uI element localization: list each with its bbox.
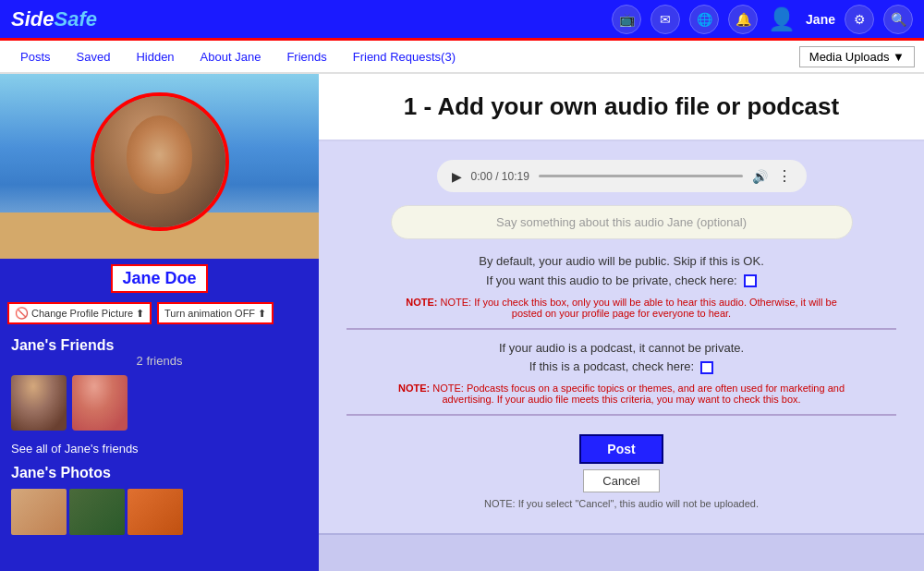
sidebar: Jane Doe 🚫 Change Profile Picture ⬆ Turn…: [0, 74, 319, 571]
friend-avatar-1[interactable]: [11, 375, 67, 431]
caption-placeholder: Say something about this audio Jane (opt…: [496, 215, 747, 229]
media-uploads-dropdown[interactable]: Media Uploads ▼: [799, 46, 915, 67]
content-title: 1 - Add your own audio file or podcast: [337, 92, 906, 121]
photo-thumb-2[interactable]: [69, 489, 125, 535]
profile-name: Jane Doe: [122, 269, 196, 287]
tab-friends[interactable]: Friends: [275, 46, 337, 67]
content-header: 1 - Add your own audio file or podcast: [319, 74, 924, 141]
play-button[interactable]: ▶: [452, 169, 462, 184]
friends-heading: Jane's Friends: [11, 337, 308, 354]
search-icon[interactable]: 🔍: [883, 5, 913, 34]
podcast-checkbox[interactable]: [700, 361, 713, 374]
cancel-button[interactable]: Cancel: [583, 469, 659, 492]
no-icon: 🚫: [15, 307, 29, 320]
public-audio-text: By default, your audio will be public. S…: [346, 252, 896, 291]
user-avatar-icon[interactable]: 👤: [767, 5, 796, 34]
settings-icon[interactable]: ⚙: [845, 5, 874, 34]
section-divider-1: [346, 328, 896, 330]
tab-hidden[interactable]: Hidden: [125, 46, 185, 67]
volume-icon[interactable]: 🔊: [752, 169, 768, 184]
photos-heading: Jane's Photos: [0, 461, 319, 485]
tab-about[interactable]: About Jane: [189, 46, 273, 67]
turn-animation-off-button[interactable]: Turn animation OFF ⬆: [157, 302, 274, 324]
profile-actions: 🚫 Change Profile Picture ⬆ Turn animatio…: [0, 298, 319, 328]
friends-avatars: [11, 375, 308, 431]
tab-posts[interactable]: Posts: [9, 46, 62, 67]
profile-avatar-image: [94, 96, 225, 227]
nav-icons: 📺 ✉ 🌐 🔔 👤 Jane ⚙ 🔍: [612, 5, 913, 34]
sidebar-friends: Jane's Friends 2 friends: [0, 328, 319, 436]
private-note: NOTE: NOTE: If you check this box, only …: [391, 297, 853, 319]
tab-friend-requests[interactable]: Friend Requests(3): [342, 46, 467, 67]
photo-thumb-3[interactable]: [128, 489, 183, 535]
bell-icon[interactable]: 🔔: [728, 5, 758, 34]
audio-section: ▶ 0:00 / 10:19 🔊 ⋮ Say something about t…: [319, 141, 924, 535]
audio-time: 0:00 / 10:19: [471, 170, 529, 183]
profile-avatar: [91, 92, 229, 231]
tv-icon[interactable]: 📺: [612, 5, 641, 34]
profile-name-box: Jane Doe: [111, 264, 207, 293]
private-checkbox[interactable]: [744, 274, 757, 287]
content-area: 1 - Add your own audio file or podcast ▶…: [319, 74, 924, 571]
post-button[interactable]: Post: [579, 434, 663, 464]
profile-banner: [0, 74, 319, 259]
logo: SideSafe: [11, 7, 97, 31]
main-layout: Jane Doe 🚫 Change Profile Picture ⬆ Turn…: [0, 74, 924, 571]
sidebar-photos: Jane's Photos: [0, 461, 319, 539]
tab-saved[interactable]: Saved: [66, 46, 122, 67]
photos-row: [0, 485, 319, 539]
audio-player: ▶ 0:00 / 10:19 🔊 ⋮: [437, 160, 807, 192]
section-divider-2: [346, 414, 896, 416]
audio-caption-input[interactable]: Say something about this audio Jane (opt…: [391, 205, 853, 239]
mail-icon[interactable]: ✉: [650, 5, 680, 34]
see-all-friends-link[interactable]: See all of Jane's friends: [0, 436, 319, 461]
podcast-text: If your audio is a podcast, it cannot be…: [346, 339, 896, 378]
post-actions: Post Cancel NOTE: If you select "Cancel"…: [346, 425, 896, 515]
photo-thumb-1[interactable]: [11, 489, 67, 535]
cancel-note: NOTE: If you select "Cancel", this audio…: [346, 498, 896, 509]
audio-progress-bar[interactable]: [539, 175, 743, 177]
globe-icon[interactable]: 🌐: [689, 5, 719, 34]
user-name-label[interactable]: Jane: [806, 12, 835, 27]
podcast-note: NOTE: NOTE: Podcasts focus on a specific…: [391, 383, 853, 405]
more-options-icon[interactable]: ⋮: [777, 167, 792, 185]
change-profile-picture-button[interactable]: 🚫 Change Profile Picture ⬆: [7, 302, 152, 324]
friends-count: 2 friends: [11, 354, 308, 368]
friend-avatar-2[interactable]: [72, 375, 128, 431]
header: SideSafe 📺 ✉ 🌐 🔔 👤 Jane ⚙ 🔍: [0, 0, 924, 41]
subnav: Posts Saved Hidden About Jane Friends Fr…: [0, 41, 924, 74]
